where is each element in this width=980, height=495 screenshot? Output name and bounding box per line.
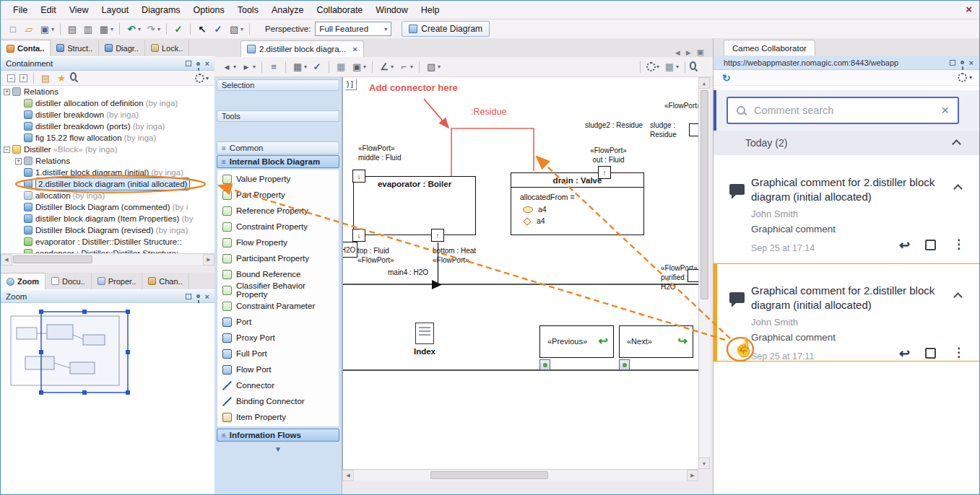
more-options-icon[interactable]: ⋮	[953, 237, 965, 252]
tree-item[interactable]: + Relations	[1, 86, 214, 97]
tree-expander-icon[interactable]: +	[4, 89, 10, 95]
palette-tools-header[interactable]: Tools	[217, 110, 339, 122]
palette-item[interactable]: Participant Property	[217, 250, 339, 266]
save-icon[interactable]	[38, 21, 56, 37]
print-icon[interactable]	[65, 21, 79, 37]
palette-item[interactable]: Port	[217, 314, 339, 330]
scroll-left-icon[interactable]: ◀	[1, 254, 12, 266]
close-tab-icon[interactable]: ×	[352, 45, 357, 53]
menu-item[interactable]: Tools	[231, 1, 265, 19]
open-project-icon[interactable]	[22, 21, 36, 37]
frame-port-h2o[interactable]: H2O	[342, 242, 357, 258]
palette-item[interactable]: Classifier Behavior Property	[217, 282, 339, 298]
palette-item[interactable]: Part Property	[217, 187, 339, 203]
close-panel-icon[interactable]	[205, 61, 209, 66]
containment-options-button[interactable]: ▾	[195, 74, 209, 83]
diagram-properties-icon[interactable]	[645, 59, 661, 75]
diagram-tab[interactable]: 2.distiller block diagra... ×	[240, 40, 364, 57]
tree-item-2-distiller-block-diagram[interactable]: 2.distiller block diagram (initial alloc…	[1, 178, 214, 190]
comment-search-box[interactable]: ×	[727, 97, 959, 124]
favorites-icon[interactable]	[54, 70, 69, 86]
resolve-checkbox[interactable]	[925, 348, 936, 359]
swimlane-icon[interactable]	[220, 125, 234, 139]
split-icon[interactable]	[236, 125, 251, 139]
palette-scroll-down-icon[interactable]: ▼	[217, 442, 339, 453]
tree-expander-icon[interactable]: +	[15, 158, 22, 165]
validate-icon[interactable]	[211, 21, 225, 37]
palette-item[interactable]: Constraint Parameter	[217, 298, 339, 314]
palette-item[interactable]: Flow Port	[217, 362, 339, 377]
spell-check-icon[interactable]	[171, 21, 186, 37]
scroll-tabs-right-icon[interactable]: ▶	[686, 49, 691, 56]
menu-item[interactable]: Window	[369, 1, 414, 19]
palette-item[interactable]: Reference Property	[217, 203, 339, 219]
scroll-down-icon[interactable]: ▼	[698, 457, 710, 469]
tree-item[interactable]: Distiller Block Diagram (revised) (by in…	[1, 224, 214, 236]
zoom-fit-icon[interactable]	[350, 59, 368, 75]
sum-icon[interactable]	[253, 125, 267, 139]
tree-item[interactable]: fig 15.22 flow allocation (by inga)	[1, 132, 214, 144]
grid-options-icon[interactable]	[662, 59, 680, 75]
pin-icon[interactable]	[196, 62, 200, 66]
expand-all-icon[interactable]	[18, 70, 29, 86]
tab-structure[interactable]: Struct..	[51, 40, 99, 56]
palette-item[interactable]: Bound Reference	[217, 266, 339, 282]
clear-search-icon[interactable]: ×	[932, 102, 958, 118]
menu-item[interactable]: Diagrams	[135, 1, 187, 19]
collapse-section-icon[interactable]	[952, 139, 961, 149]
palette-item[interactable]: Full Port	[217, 346, 339, 362]
sticky-mode-icon[interactable]	[236, 94, 251, 108]
scroll-left-icon[interactable]: ◀	[342, 470, 354, 481]
tab-documentation[interactable]: Docu..	[45, 273, 92, 289]
select-cursor-icon[interactable]	[220, 94, 234, 108]
port-top[interactable]: ↓	[352, 229, 365, 242]
scrollbar-thumb[interactable]	[13, 255, 92, 263]
undo-icon[interactable]	[124, 21, 142, 37]
port-sludge[interactable]	[689, 123, 698, 136]
tab-containment[interactable]: Conta..	[1, 40, 51, 56]
collapse-comment-icon[interactable]	[953, 184, 963, 193]
port-purified[interactable]	[688, 269, 698, 282]
tab-diagrams[interactable]: Diagr..	[99, 40, 145, 56]
layout-icon[interactable]	[334, 59, 348, 75]
create-diagram-button[interactable]: Create Diagram	[402, 21, 490, 37]
tab-zoom[interactable]: Zoom	[1, 273, 45, 289]
show-options-icon[interactable]	[424, 59, 442, 75]
tree-item[interactable]: distiller block diagram (Item Properties…	[1, 213, 214, 224]
drain-block[interactable]: drain : Valve allocatedFrom = a4 a4	[511, 172, 644, 235]
tree-item[interactable]: condenser : Distiller::Distiller Structu…	[1, 248, 214, 253]
canvas-v-scrollbar[interactable]: ▲ ▼	[698, 77, 710, 469]
scrollbar-thumb[interactable]	[430, 471, 548, 479]
layers-icon[interactable]	[227, 21, 245, 37]
palette-item[interactable]: Constraint Property	[217, 219, 339, 235]
previous-link-shape[interactable]: «Previous» ↩	[539, 325, 614, 358]
tree-item[interactable]: + Relations	[1, 155, 214, 167]
comment-card[interactable]: Graphical comment for 2.distiller block …	[714, 155, 980, 263]
scrollbar-thumb[interactable]	[701, 90, 708, 299]
related-elements-icon[interactable]	[290, 59, 308, 75]
palette-item[interactable]: Connector	[217, 377, 339, 393]
palette-item[interactable]: Value Property	[217, 171, 339, 187]
close-icon[interactable]: ×	[966, 3, 972, 15]
tab-cameo-collaborator[interactable]: Cameo Collaborator	[724, 40, 815, 56]
close-panel-icon[interactable]	[969, 60, 974, 66]
palette-item[interactable]: Binding Connector	[217, 393, 339, 409]
tab-locked-elements[interactable]: Lock..	[145, 40, 189, 56]
menu-item[interactable]: View	[63, 1, 95, 19]
more-options-icon[interactable]: ⋮	[953, 345, 965, 360]
diagram-canvas[interactable]: ) ] Add connector here :Residue evaporat…	[342, 77, 698, 469]
group-mode-icon[interactable]	[253, 94, 267, 108]
text-tool-icon[interactable]	[269, 125, 284, 139]
reply-icon[interactable]: ↩	[899, 346, 910, 362]
zoom-thumbnail[interactable]	[4, 306, 170, 414]
note-tool-icon[interactable]	[286, 125, 300, 139]
redo-icon[interactable]	[144, 21, 162, 37]
menu-item[interactable]: Analyze	[265, 1, 310, 19]
collapse-comment-icon[interactable]	[953, 292, 963, 302]
refresh-icon[interactable]	[722, 72, 731, 84]
tree-item[interactable]: 1.distiller block diagram (initial) (by …	[1, 167, 214, 178]
tree-expander-icon[interactable]: −	[4, 146, 10, 153]
port-middle[interactable]: ↓	[352, 170, 365, 183]
menu-item[interactable]: Options	[187, 1, 231, 19]
tree-item[interactable]: allocation (by inga)	[1, 190, 214, 201]
